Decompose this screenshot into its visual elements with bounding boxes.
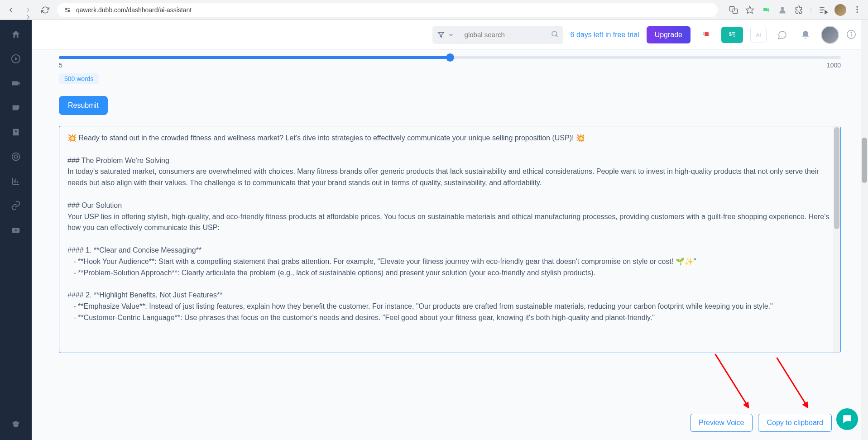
record-icon[interactable]: + [698,27,714,43]
sidebar [0,20,32,440]
svg-marker-6 [746,6,754,13]
preview-voice-button[interactable]: Preview Voice [690,414,753,432]
svg-marker-17 [15,57,18,60]
reload-button[interactable] [40,5,51,15]
bookmark-icon[interactable] [745,5,755,15]
svg-rect-33 [705,32,709,36]
trial-text[interactable]: 6 days left in free trial [571,31,639,39]
sidebar-home-icon[interactable] [10,28,22,41]
copy-clipboard-button[interactable]: Copy to clipboard [758,414,832,432]
camera-ext-icon[interactable] [761,5,771,15]
svg-point-13 [856,6,858,7]
user-avatar[interactable] [821,26,839,44]
url-text: qawerk.dubb.com/dashboard/ai-assistant [76,6,192,14]
sidebar-camera-icon[interactable] [10,77,22,90]
bell-icon[interactable] [797,27,814,43]
svg-rect-18 [12,81,18,85]
slider-thumb[interactable] [446,53,454,62]
svg-rect-0 [65,8,67,10]
sidebar-expand-icon[interactable] [24,13,34,24]
output-text[interactable]: 💥 Ready to stand out in the crowded fitn… [59,126,840,353]
upgrade-button[interactable]: Upgrade [647,26,691,43]
back-button[interactable] [5,5,16,15]
sidebar-target-icon[interactable] [10,150,22,163]
search-filter-dropdown[interactable] [432,26,459,44]
search-input[interactable] [459,31,563,38]
resubmit-button[interactable]: Resubmit [59,96,108,115]
svg-point-15 [856,11,858,13]
word-count-slider[interactable]: 5 1000 500 words [59,56,841,84]
translate-icon[interactable] [729,5,739,15]
browser-chrome: qawerk.dubb.com/dashboard/ai-assistant | [0,0,868,20]
sidebar-contacts-icon[interactable] [10,126,22,139]
chat-icon[interactable] [774,27,790,43]
sidebar-payment-icon[interactable] [10,224,22,236]
info-icon[interactable] [846,29,857,40]
svg-text:+: + [703,31,705,33]
svg-rect-7 [763,8,767,11]
svg-point-14 [856,9,858,10]
url-bar[interactable]: qawerk.dubb.com/dashboard/ai-assistant [57,3,718,17]
svg-point-20 [15,130,17,132]
sidebar-education-icon[interactable] [10,418,22,431]
output-scrollbar[interactable] [833,126,840,353]
svg-point-22 [14,155,17,158]
chrome-profile-avatar[interactable] [834,4,846,16]
chrome-menu-icon[interactable] [853,5,863,15]
page-scrollbar[interactable] [861,20,868,440]
sidebar-analytics-icon[interactable] [10,175,22,187]
topbar: 6 days left in free trial Upgrade + $ AI [32,20,868,50]
svg-marker-12 [825,10,827,14]
annotation-arrow-2 [776,357,808,408]
svg-point-40 [851,32,852,33]
svg-rect-1 [68,10,70,12]
search-wrap [432,26,563,44]
sidebar-inbox-icon[interactable] [10,101,22,114]
site-settings-icon[interactable] [63,6,72,14]
extensions-icon[interactable] [794,5,804,15]
svg-point-8 [781,7,784,10]
annotation-arrow-1 [715,354,749,408]
slider-max-label: 1000 [827,62,841,69]
sidebar-play-icon[interactable] [10,53,22,65]
svg-point-29 [15,230,17,231]
intercom-chat-icon[interactable] [836,408,858,430]
svg-point-21 [12,153,20,161]
svg-line-32 [556,35,558,37]
search-icon[interactable] [551,30,559,40]
word-count-badge: 500 words [59,73,99,84]
playlist-icon[interactable] [818,5,828,15]
svg-marker-30 [438,32,444,37]
ai-icon[interactable]: AI [750,27,767,43]
sidebar-link-icon[interactable] [10,199,22,212]
svg-text:$: $ [729,31,732,36]
output-box: 💥 Ready to stand out in the crowded fitn… [59,126,841,353]
profile-ext-icon[interactable] [777,5,787,15]
content-area: 5 1000 500 words Resubmit 💥 Ready to sta… [32,50,868,440]
money-icon[interactable]: $ [721,27,743,43]
svg-point-31 [552,31,557,36]
slider-min-label: 5 [59,62,62,69]
